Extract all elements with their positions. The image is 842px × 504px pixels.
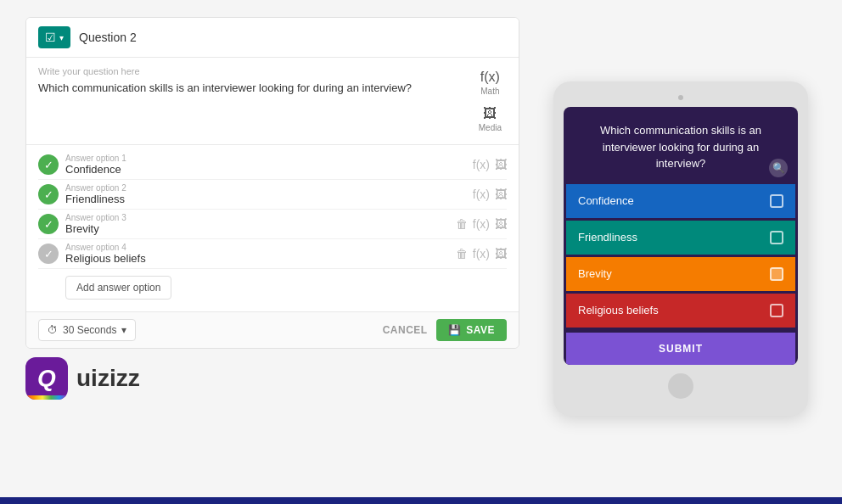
correct-check-3[interactable]: ✓: [38, 214, 59, 234]
tablet-checkbox-4: [770, 304, 783, 317]
question-card: ☑ ▾ Question 2 Write your question here …: [25, 17, 519, 349]
logo-text: uizizz: [76, 365, 140, 392]
timer-button[interactable]: ⏱ 30 Seconds ▾: [38, 319, 136, 341]
image-icon-4[interactable]: 🖼: [495, 247, 507, 260]
chevron-down-icon: ▾: [59, 33, 64, 42]
answer-value-3: Brevity: [65, 222, 449, 235]
add-answer-label: Add answer option: [76, 282, 160, 294]
image-icon-3[interactable]: 🖼: [495, 217, 507, 231]
answer-actions-1: f(x) 🖼: [473, 158, 507, 171]
formula-icon-4[interactable]: f(x): [473, 247, 490, 260]
tablet-checkbox-3: [770, 267, 783, 281]
tablet-screen: Which communication skills is an intervi…: [564, 107, 798, 365]
tablet-question-text: Which communication skills is an intervi…: [600, 124, 761, 170]
logo-q-letter: Q: [37, 365, 56, 392]
answer-value-2: Friendliness: [65, 193, 466, 205]
answer-value-4: Religious beliefs: [65, 252, 449, 265]
save-button[interactable]: 💾 SAVE: [436, 319, 507, 341]
answer-option-3: ✓ Answer option 3 Brevity 🗑 f(x) 🖼: [38, 210, 507, 239]
answer-value-1: Confidence: [65, 163, 466, 176]
formula-icon: f(x): [480, 70, 500, 85]
answer-label-2: Answer option 2: [65, 183, 466, 193]
answer-input-3[interactable]: Answer option 3 Brevity: [65, 213, 449, 235]
tablet-checkbox-2: [770, 231, 783, 244]
trash-icon-3[interactable]: 🗑: [456, 217, 468, 231]
cancel-button[interactable]: CANCEL: [383, 324, 428, 336]
answer-label-3: Answer option 3: [65, 213, 449, 222]
question-header: ☑ ▾ Question 2: [26, 18, 519, 58]
logo-icon: Q: [25, 357, 68, 400]
answers-section: ✓ Answer option 1 Confidence f(x) 🖼 ✓ An…: [26, 145, 519, 311]
save-icon: 💾: [448, 324, 462, 336]
tablet-answer-friendliness-text: Friendliness: [578, 231, 637, 244]
card-footer: ⏱ 30 Seconds ▾ CANCEL 💾 SAVE: [26, 311, 519, 348]
answer-input-4[interactable]: Answer option 4 Religious beliefs: [65, 243, 449, 265]
correct-check-2[interactable]: ✓: [38, 184, 59, 204]
question-number: Question 2: [79, 31, 137, 44]
question-type-button[interactable]: ☑ ▾: [38, 26, 70, 48]
tablet-submit-button[interactable]: SUBMIT: [566, 333, 795, 365]
timer-label: 30 Seconds: [63, 324, 116, 336]
timer-icon: ⏱: [48, 324, 58, 336]
logo-area: Q uizizz: [25, 349, 519, 400]
question-placeholder: Write your question here: [38, 66, 465, 76]
tablet-home-button: [668, 373, 693, 399]
tablet-answer-confidence[interactable]: Confidence: [566, 184, 795, 218]
tablet-search-icon: 🔍: [769, 159, 788, 177]
trash-icon-4[interactable]: 🗑: [456, 247, 468, 260]
answer-input-2[interactable]: Answer option 2 Friendliness: [65, 183, 466, 205]
footer-actions: CANCEL 💾 SAVE: [383, 319, 507, 341]
tablet-answer-friendliness[interactable]: Friendliness: [566, 221, 795, 255]
answer-actions-3: 🗑 f(x) 🖼: [456, 217, 507, 231]
question-tools: f(x) Math 🖼 Media: [474, 66, 507, 136]
math-label: Math: [480, 87, 499, 96]
media-tool-button[interactable]: 🖼 Media: [474, 103, 507, 136]
timer-chevron-icon: ▾: [121, 324, 126, 336]
formula-icon-3[interactable]: f(x): [473, 217, 490, 231]
tablet-answer-religious-text: Religious beliefs: [578, 304, 659, 316]
correct-check-4[interactable]: ✓: [38, 244, 59, 264]
tablet-answers: Confidence Friendliness Brevity Religiou…: [564, 184, 798, 365]
answer-actions-4: 🗑 f(x) 🖼: [456, 247, 507, 260]
correct-check-1[interactable]: ✓: [38, 154, 59, 175]
tablet-answer-confidence-text: Confidence: [578, 194, 634, 207]
question-text[interactable]: Which communication skills is an intervi…: [38, 80, 465, 97]
formula-icon-2[interactable]: f(x): [473, 188, 490, 201]
answer-option-4: ✓ Answer option 4 Religious beliefs 🗑 f(…: [38, 239, 507, 269]
left-panel: ☑ ▾ Question 2 Write your question here …: [25, 17, 519, 480]
tablet-checkbox-1: [770, 194, 783, 208]
question-text-area: Write your question here Which communica…: [38, 66, 465, 97]
answer-option-2: ✓ Answer option 2 Friendliness f(x) 🖼: [38, 180, 507, 210]
logo-rainbow: [25, 395, 68, 400]
bottom-bar: [0, 497, 842, 504]
tablet-camera: [678, 95, 683, 100]
answer-input-1[interactable]: Answer option 1 Confidence: [65, 154, 466, 176]
tablet-answer-brevity-text: Brevity: [578, 267, 612, 280]
image-icon-1[interactable]: 🖼: [495, 158, 507, 171]
media-label: Media: [479, 123, 502, 132]
right-panel: Which communication skills is an intervi…: [545, 17, 817, 480]
tablet-answer-brevity[interactable]: Brevity: [566, 257, 795, 291]
question-body: Write your question here Which communica…: [26, 58, 519, 145]
answer-label-1: Answer option 1: [65, 154, 466, 163]
answer-label-4: Answer option 4: [65, 243, 449, 252]
add-answer-button[interactable]: Add answer option: [65, 276, 171, 300]
answer-actions-2: f(x) 🖼: [473, 188, 507, 201]
image-icon: 🖼: [483, 106, 497, 121]
tablet-answer-religious[interactable]: Religious beliefs: [566, 294, 795, 328]
checkmark-icon: ☑: [45, 31, 56, 44]
answer-option-1: ✓ Answer option 1 Confidence f(x) 🖼: [38, 150, 507, 180]
save-label: SAVE: [466, 324, 495, 336]
formula-icon-1[interactable]: f(x): [473, 158, 490, 171]
tablet-question: Which communication skills is an intervi…: [564, 107, 798, 184]
math-tool-button[interactable]: f(x) Math: [475, 66, 505, 99]
tablet-frame: Which communication skills is an intervi…: [553, 81, 808, 416]
image-icon-2[interactable]: 🖼: [495, 188, 507, 201]
